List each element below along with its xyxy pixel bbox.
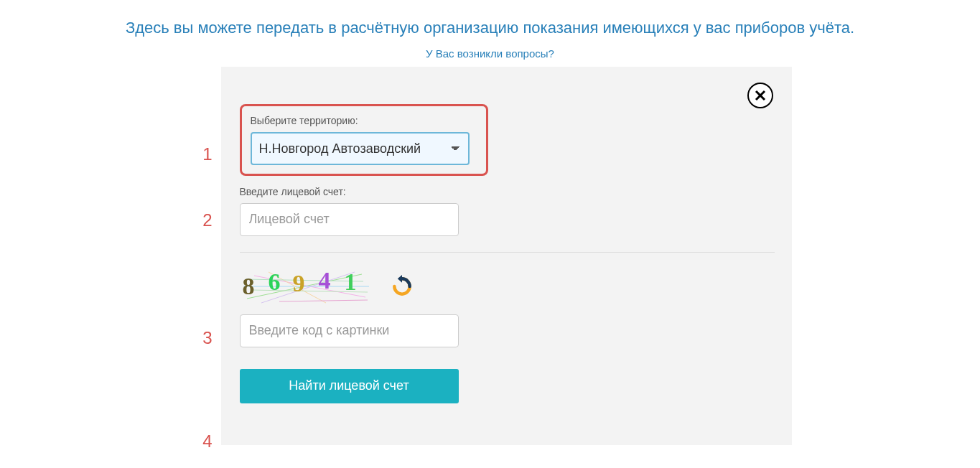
find-account-button[interactable]: Найти лицевой счет: [240, 369, 459, 403]
divider: [240, 252, 775, 253]
territory-select[interactable]: Н.Новгород Автозаводский: [251, 132, 470, 165]
captcha-digit-1: 6: [269, 268, 281, 296]
captcha-image: 8 6 9 4 1: [240, 268, 369, 304]
captcha-digit-3: 4: [319, 267, 331, 294]
territory-label: Выберите территорию:: [251, 115, 477, 126]
captcha-digit-2: 9: [293, 270, 305, 297]
form-panel: Выберите территорию: Н.Новгород Автозаво…: [221, 67, 792, 445]
svg-marker-8: [397, 275, 401, 283]
captcha-refresh-button[interactable]: [391, 275, 414, 298]
step-4: 4: [189, 394, 221, 451]
questions-link[interactable]: У Вас возникли вопросы?: [0, 47, 980, 60]
captcha-digit-0: 8: [243, 273, 255, 300]
captcha-input[interactable]: [240, 314, 459, 347]
account-input[interactable]: [240, 203, 459, 236]
step-2: 2: [189, 210, 221, 276]
close-icon: [754, 89, 767, 102]
step-3: 3: [189, 276, 221, 394]
captcha-digit-4: 1: [345, 268, 357, 296]
refresh-icon: [391, 275, 414, 298]
page-title: Здесь вы можете передать в расчётную орг…: [0, 0, 980, 47]
close-button[interactable]: [747, 83, 773, 108]
step-numbers-column: 1 2 3 4: [189, 67, 221, 451]
account-label: Введите лицевой счет:: [240, 186, 773, 197]
territory-highlight: Выберите территорию: Н.Новгород Автозаво…: [240, 104, 488, 176]
step-1: 1: [189, 144, 221, 210]
